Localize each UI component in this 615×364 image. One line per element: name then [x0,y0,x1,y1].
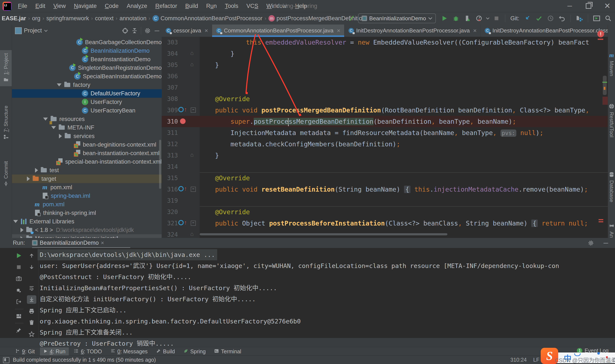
breadcrumb-item[interactable]: annotation [120,15,147,22]
code-editor[interactable]: 303 this.embeddedValueResolver = new Emb… [162,37,608,238]
tree-item[interactable]: target [12,175,162,183]
project-structure-icon[interactable] [575,14,584,23]
tree-item[interactable]: spring-bean.iml [12,192,162,200]
coverage-button[interactable] [463,14,472,23]
gear-icon[interactable] [143,26,152,35]
tree-item[interactable]: IUserFactory [12,98,162,106]
menu-view[interactable]: View [51,1,68,11]
menu-edit[interactable]: Edit [33,1,48,11]
fold-box-icon[interactable]: − [191,187,196,192]
tree-expand-arrow[interactable] [27,176,30,181]
close-icon[interactable]: × [473,27,477,34]
menu-refactor[interactable]: Refactor [153,1,180,11]
tool-window-button----run[interactable]: 4: Run [40,347,69,355]
editor-gutter[interactable]: 310 [162,116,200,127]
rollback-brush-icon[interactable] [347,14,356,23]
tree-item[interactable]: CSpecialBeanInstantiationDemo [12,72,162,81]
code-line[interactable]: 304⌂ } [162,48,608,59]
menu-analyze[interactable]: Analyze [124,1,150,11]
status-message[interactable]: Build completed successfully in 1 s 490 … [13,357,156,363]
code-line[interactable]: 312 metadata.checkConfigMembers(beanDefi… [162,139,608,150]
code-line[interactable]: 320 @Override [162,206,608,218]
tree-item[interactable]: special-bean-instantiation-context.xml [12,157,162,166]
collapse-all-icon[interactable] [130,26,139,35]
editor-gutter[interactable]: 321↑− [162,218,200,229]
code-line[interactable]: 307 [162,82,608,93]
code-line[interactable]: 314 [162,161,608,172]
tool-stripe-commit[interactable]: Commit [0,161,12,187]
overriding-method-icon[interactable]: ↑ [178,186,187,192]
tree-item[interactable]: test [12,166,162,175]
reader-mode-icon[interactable] [3,357,9,363]
console-line[interactable]: @PostConstruct : UserFactory 初始化中..... [0,271,615,283]
editor-gutter[interactable]: 305⌂ [162,59,200,71]
code-line[interactable]: 315 @Override [162,172,608,184]
console-line[interactable]: InitializingBean#afterPropertiesSet() : … [0,283,615,294]
fold-box-icon[interactable]: − [191,221,196,226]
code-line[interactable]: 306 [162,71,608,82]
revert-button[interactable] [557,14,567,23]
tree-expand-arrow[interactable] [59,134,62,139]
run-tab[interactable]: BeanInitializationDemo × [32,238,104,248]
code-line[interactable]: 303 this.embeddedValueResolver = new Emb… [162,37,608,48]
breadcrumb-item[interactable]: context [95,15,114,22]
close-icon[interactable]: × [101,240,104,246]
editor-gutter[interactable]: 316↑− [162,184,200,195]
tree-item[interactable]: CBeanInitializationDemo [12,47,162,55]
tree-expand-arrow[interactable] [13,220,18,223]
tree-item[interactable]: CSingletonBeanRegistrationDemo [12,64,162,72]
menu-run[interactable]: Run [203,1,219,11]
editor-tab[interactable]: CCommonAnnotationBeanPostProcessor.java× [212,25,344,37]
stop-button[interactable] [492,14,501,23]
code-line[interactable]: 319 [162,195,608,206]
editor-gutter[interactable]: 314 [162,161,200,172]
history-clock-icon[interactable] [546,14,555,23]
editor-gutter[interactable]: 304⌂ [162,48,200,59]
tree-item[interactable]: resources [12,115,162,123]
fold-marker-icon[interactable]: ⌂ [190,152,194,158]
editor-gutter[interactable]: 320 [162,206,200,218]
tree-item[interactable]: Maven: javax.inject:javax.inject:1 [12,234,162,238]
tree-item[interactable]: < 1.8 >D:\worksprace\devtools\jdk\jdk [12,226,162,234]
code-line[interactable]: 310 super.postProcessMergedBeanDefinitio… [162,116,608,127]
line-ending[interactable]: LF [533,357,539,363]
editor-gutter[interactable]: 312 [162,139,200,150]
tree-expand-arrow[interactable] [43,117,48,120]
tree-expand-arrow[interactable] [35,168,38,173]
git-update-button[interactable] [523,14,532,23]
code-line[interactable]: 305⌂ } [162,59,608,71]
fold-marker-icon[interactable]: ⌂ [190,50,194,56]
tree-item[interactable]: bean-deginitions-context.xml [12,140,162,149]
code-line[interactable]: 311 InjectionMetadata metadata = findRes… [162,127,608,139]
code-line[interactable]: 309↑− public void postProcessMergedBeanD… [162,104,608,116]
editor-tab[interactable]: CInitDestroyAnnotationBeanPostProcessor.… [481,25,615,37]
console-line[interactable]: Spring 应用上下文准备关闭... [0,327,615,338]
run-configuration-select[interactable]: BeanInitializationDemo [358,13,436,23]
tool-stripe-restfultool[interactable]: RestfulTool [608,104,615,137]
menu-build[interactable]: Build [183,1,201,11]
breakpoint-icon[interactable] [180,118,186,124]
tool-stripe-maven[interactable]: mMaven [608,52,615,76]
code-line[interactable]: 313⌂ } [162,150,608,161]
editor-gutter[interactable]: 311 [162,127,200,139]
fold-marker-icon[interactable]: ⌂ [190,231,194,237]
tree-item[interactable]: mpom.xml [12,200,162,209]
tree-item[interactable]: External Libraries [12,217,162,226]
git-commit-button[interactable] [534,14,544,23]
profiler-button[interactable] [474,14,484,23]
tree-item[interactable]: factory [12,81,162,89]
tree-expand-arrow[interactable] [21,236,24,238]
close-icon[interactable]: × [205,27,208,34]
tool-window-button-spring[interactable]: Spring [180,347,209,355]
tool-window-button-terminal[interactable]: Terminal [211,347,244,355]
console-line[interactable]: 自定义初始化方法 initUserFactory() : UserFactory… [0,294,615,305]
gear-icon[interactable] [586,238,596,248]
tree-item[interactable]: mpom.xml [12,183,162,192]
code-line[interactable]: 308 @Override [162,93,608,104]
console-line[interactable]: D:\worksprace\devtools\jdk\jdk\bin\java.… [0,249,615,260]
search-everywhere-icon[interactable] [603,14,613,23]
overriding-method-icon[interactable]: ↑ [178,107,187,112]
editor-gutter[interactable]: 308 [162,93,200,104]
editor-scrollbar-thumb[interactable] [603,76,607,95]
minimize-icon[interactable]: ─ [566,2,574,10]
